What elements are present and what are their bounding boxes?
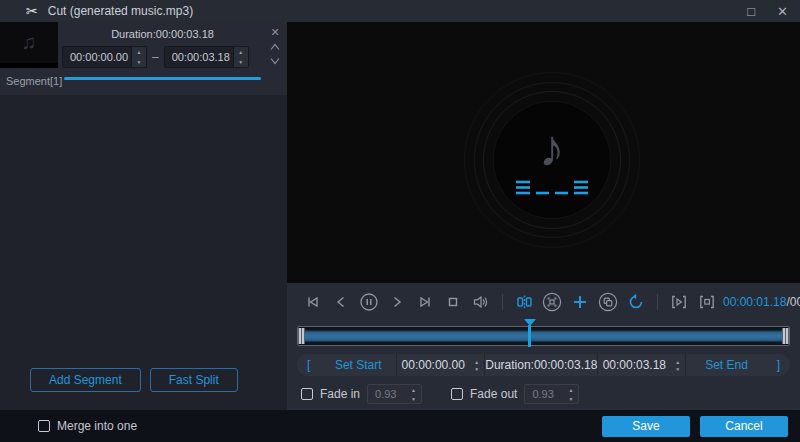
trim-duration-label: Duration:00:00:03.18 [485,354,598,376]
fade-out-checkbox[interactable] [451,388,463,400]
trim-start-field[interactable]: ▲ ▼ [397,354,485,376]
trim-start-input[interactable] [397,358,469,372]
stop-icon[interactable] [441,290,465,314]
segment-name: Segment[1] [0,68,62,87]
fast-split-button[interactable]: Fast Split [150,368,238,392]
footer-bar: Merge into one Save Cancel [0,410,800,442]
end-bracket: ] [767,358,790,372]
segment-list-empty-area [0,95,287,368]
next-frame-icon[interactable] [413,290,437,314]
spin-down-button[interactable]: ▼ [563,394,578,403]
add-segment-icon[interactable] [568,290,592,314]
save-button[interactable]: Save [602,416,690,437]
spin-up-button[interactable]: ▲ [234,47,248,57]
spin-up-button[interactable]: ▲ [670,358,685,365]
cancel-button[interactable]: Cancel [700,416,788,437]
window-title: Cut (generated music.mp3) [48,4,193,18]
spin-down-button[interactable]: ▼ [132,57,146,67]
audio-preview-area: ♪ [287,22,800,283]
player-panel: ♪ [287,22,800,410]
close-button[interactable]: ✕ [777,5,788,18]
spin-up-button[interactable]: ▲ [132,47,146,57]
merge-into-one-checkbox[interactable] [38,420,50,432]
scissors-icon: ✂ [26,4,38,18]
spin-up-button[interactable]: ▲ [469,358,484,365]
forward-icon[interactable] [385,290,409,314]
previous-frame-icon[interactable] [301,290,325,314]
current-time: 00:00:01.18 [723,295,786,309]
pause-icon[interactable] [357,290,381,314]
maximize-button[interactable]: □ [747,5,755,18]
cut-dialog-window: ✂ Cut (generated music.mp3) □ ✕ ♫ Segmen… [0,0,800,442]
fade-out-input[interactable] [525,388,563,400]
fade-in-field[interactable]: ▲ ▼ [367,384,422,404]
split-segment-icon[interactable] [512,290,536,314]
volume-icon[interactable] [469,290,493,314]
stop-segment-icon[interactable] [695,290,719,314]
segment-end-time-field[interactable]: ▲ ▼ [164,46,249,68]
playhead[interactable] [523,319,536,347]
segment-range-bar [64,77,261,80]
segment-start-input[interactable] [63,51,131,63]
select-region-icon[interactable] [540,290,564,314]
timeline[interactable] [295,318,792,348]
music-note-icon: ♪ [539,122,565,174]
start-bracket: [ [297,358,320,372]
music-note-icon: ♫ [22,31,37,54]
titlebar: ✂ Cut (generated music.mp3) □ ✕ [0,0,800,22]
divider [502,294,503,310]
segment-move-down-button[interactable] [267,55,283,67]
vinyl-disc: ♪ [493,101,611,219]
segment-delete-button[interactable]: ✕ [270,26,279,39]
fade-controls: Fade in ▲ ▼ Fade out ▲ ▼ [301,384,792,404]
playhead-line [528,325,531,347]
music-bars-icon [516,180,588,196]
fade-out-label: Fade out [470,387,517,401]
set-start-button[interactable]: Set Start [320,358,396,372]
play-segment-icon[interactable] [667,290,691,314]
trim-bar: [ Set Start ▲ ▼ Duration:00:00:03.18 [297,354,790,376]
rewind-icon[interactable] [329,290,353,314]
segment-duration-label: Duration:00:00:03.18 [62,28,263,40]
fade-in-input[interactable] [368,388,406,400]
fade-in-checkbox[interactable] [301,388,313,400]
playback-time: 00:00:01.18/00:00:03.18 [723,295,800,309]
total-time: 00:00:03.18 [790,295,800,309]
segment-card[interactable]: ♫ Segment[1] Duration:00:00:03.18 ▲ ▼ [0,22,287,95]
segment-end-input[interactable] [165,51,233,63]
add-segment-button[interactable]: Add Segment [30,368,141,392]
timeline-selection[interactable] [305,328,782,344]
fade-out-field[interactable]: ▲ ▼ [524,384,579,404]
segment-list-panel: ♫ Segment[1] Duration:00:00:03.18 ▲ ▼ [0,22,287,410]
segment-start-time-field[interactable]: ▲ ▼ [62,46,147,68]
spin-up-button[interactable]: ▲ [563,385,578,394]
segment-thumbnail[interactable]: ♫ [0,22,58,68]
merge-into-one-label: Merge into one [57,419,137,433]
segment-move-up-button[interactable] [267,41,283,53]
spin-down-button[interactable]: ▼ [670,365,685,372]
trim-end-handle[interactable] [782,328,789,344]
set-end-button[interactable]: Set End [686,358,766,372]
timeline-track[interactable] [297,326,790,346]
copy-segment-icon[interactable] [596,290,620,314]
trim-start-handle[interactable] [298,328,305,344]
trim-end-field[interactable]: ▲ ▼ [598,354,686,376]
divider [657,294,658,310]
spin-down-button[interactable]: ▼ [234,57,248,67]
fade-in-label: Fade in [320,387,360,401]
range-dash: – [152,50,159,64]
spin-up-button[interactable]: ▲ [406,385,421,394]
spin-down-button[interactable]: ▼ [406,394,421,403]
spin-down-button[interactable]: ▼ [469,365,484,372]
reset-icon[interactable] [624,290,648,314]
trim-end-input[interactable] [598,358,670,372]
player-controls: 00:00:01.18/00:00:03.18 [287,283,800,410]
